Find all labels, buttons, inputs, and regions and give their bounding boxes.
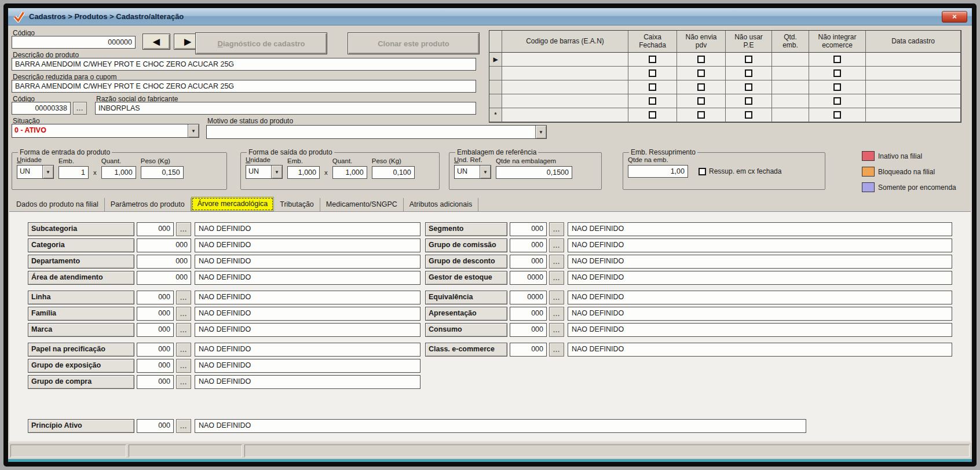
grid-cell-nao_usar_pe[interactable] — [726, 53, 772, 67]
fabricante-browse-button[interactable]: ... — [73, 102, 87, 115]
browse-button[interactable]: ... — [176, 375, 191, 389]
tab-1[interactable]: Parâmetros do produto — [105, 198, 191, 211]
previous-record-button[interactable]: ◀ — [142, 34, 170, 50]
grid-cell-ean[interactable] — [502, 80, 628, 94]
grid-row-selector[interactable] — [489, 80, 502, 94]
entrada-emb-input[interactable]: 1 — [58, 166, 89, 179]
grid-cell-caixa_fechada[interactable] — [628, 94, 677, 108]
field-value[interactable]: NAO DEFINIDO — [195, 271, 420, 285]
nao_envia_pdv-checkbox[interactable] — [697, 111, 705, 119]
browse-button[interactable]: ... — [176, 323, 191, 337]
field-code-input[interactable]: 000 — [510, 255, 547, 269]
grid-cell-caixa_fechada[interactable] — [628, 108, 677, 122]
grid-cell-qtd_emb[interactable] — [772, 80, 809, 94]
browse-button[interactable]: ... — [549, 307, 564, 321]
grid-cell-qtd_emb[interactable] — [772, 94, 809, 108]
field-value[interactable]: NAO DEFINIDO — [568, 343, 952, 357]
descricao-input[interactable]: BARRA AMENDOIM C/WHEY PROT E CHOC ZERO A… — [12, 58, 476, 71]
field-code-input[interactable]: 000 — [510, 222, 547, 236]
field-code-input[interactable]: 000 — [137, 323, 174, 337]
nao_usar_pe-checkbox[interactable] — [745, 111, 752, 119]
field-value[interactable]: NAO DEFINIDO — [568, 255, 952, 269]
grid-cell-nao_envia_pdv[interactable] — [677, 53, 726, 67]
field-value[interactable]: NAO DEFINIDO — [568, 271, 952, 285]
saida-peso-input[interactable]: 0,100 — [372, 166, 415, 179]
grid-cell-data_cadastro[interactable] — [866, 94, 961, 108]
browse-button[interactable]: ... — [549, 238, 564, 252]
nao_usar_pe-checkbox[interactable] — [745, 69, 752, 77]
entrada-unidade-select[interactable]: UN ▼ — [17, 165, 54, 179]
browse-button[interactable]: ... — [549, 323, 564, 337]
grid-row-selector[interactable] — [489, 67, 502, 80]
field-value[interactable]: NAO DEFINIDO — [568, 307, 952, 321]
browse-button[interactable]: ... — [176, 343, 191, 357]
field-value[interactable]: NAO DEFINIDO — [568, 323, 952, 337]
field-value[interactable]: NAO DEFINIDO — [195, 291, 420, 304]
field-value[interactable]: NAO DEFINIDO — [195, 359, 420, 373]
grid-cell-nao_envia_pdv[interactable] — [677, 108, 726, 122]
saida-unidade-select[interactable]: UN ▼ — [246, 165, 283, 179]
field-value[interactable]: NAO DEFINIDO — [195, 419, 806, 433]
qtde-emb-input[interactable]: 1,00 — [628, 165, 688, 178]
field-code-input[interactable]: 000 — [137, 222, 174, 236]
browse-button[interactable]: ... — [549, 271, 564, 285]
field-code-input[interactable]: 000 — [137, 359, 174, 373]
field-code-input[interactable]: 000 — [137, 307, 174, 321]
field-value[interactable]: NAO DEFINIDO — [195, 343, 420, 357]
nao_usar_pe-checkbox[interactable] — [745, 56, 752, 63]
diagnostico-button[interactable]: Diagnóstico de cadastro — [195, 32, 327, 54]
clonar-button[interactable]: Clonar este produto — [348, 32, 480, 54]
caixa_fechada-checkbox[interactable] — [649, 56, 656, 63]
grid-row-selector[interactable] — [489, 94, 502, 108]
field-code-input[interactable]: 000 — [510, 307, 547, 321]
nao_integrar_ecomerce-checkbox[interactable] — [833, 97, 841, 105]
caixa_fechada-checkbox[interactable] — [649, 69, 656, 77]
grid-cell-ean[interactable] — [502, 94, 628, 108]
nao_envia_pdv-checkbox[interactable] — [697, 97, 705, 105]
field-value[interactable]: NAO DEFINIDO — [568, 291, 952, 304]
grid-cell-nao_integrar_ecomerce[interactable] — [809, 80, 866, 94]
saida-emb-input[interactable]: 1,000 — [287, 166, 320, 179]
grid-cell-nao_usar_pe[interactable] — [726, 80, 772, 94]
grid-cell-nao_integrar_ecomerce[interactable] — [809, 67, 866, 80]
browse-button[interactable]: ... — [549, 343, 564, 357]
caixa_fechada-checkbox[interactable] — [649, 111, 656, 119]
field-value[interactable]: NAO DEFINIDO — [195, 222, 420, 236]
descricao-reduzida-input[interactable]: BARRA AMENDOIM C/WHEY PROT E CHOC ZERO A… — [12, 80, 476, 93]
grid-row-selector[interactable]: * — [489, 108, 502, 122]
grid-cell-nao_envia_pdv[interactable] — [677, 67, 726, 80]
grid-cell-data_cadastro[interactable] — [866, 53, 961, 67]
browse-button[interactable]: ... — [176, 222, 191, 236]
razao-social-input[interactable]: INBORPLAS — [95, 102, 476, 115]
tab-3[interactable]: Tributação — [274, 198, 320, 211]
grid-row-selector[interactable]: ▶ — [489, 53, 502, 67]
grid-cell-data_cadastro[interactable] — [866, 80, 961, 94]
nao_envia_pdv-checkbox[interactable] — [697, 56, 705, 63]
browse-button[interactable]: ... — [176, 359, 191, 373]
field-code-input[interactable]: 000 — [510, 343, 547, 357]
tab-0[interactable]: Dados do produto na filial — [10, 198, 105, 211]
field-value[interactable]: NAO DEFINIDO — [195, 323, 420, 337]
tab-5[interactable]: Atributos adicionais — [404, 198, 478, 211]
grid-cell-ean[interactable] — [502, 108, 628, 122]
saida-quant-input[interactable]: 1,000 — [332, 166, 367, 179]
grid-cell-data_cadastro[interactable] — [866, 108, 961, 122]
nao_integrar_ecomerce-checkbox[interactable] — [833, 111, 841, 119]
browse-button[interactable]: ... — [176, 307, 191, 321]
nao_envia_pdv-checkbox[interactable] — [697, 83, 705, 91]
grid-cell-nao_integrar_ecomerce[interactable] — [809, 108, 866, 122]
grid-cell-nao_envia_pdv[interactable] — [677, 94, 726, 108]
browse-button[interactable]: ... — [549, 222, 564, 236]
nao_integrar_ecomerce-checkbox[interactable] — [833, 56, 841, 63]
nao_envia_pdv-checkbox[interactable] — [697, 69, 705, 77]
grid-cell-nao_usar_pe[interactable] — [726, 94, 772, 108]
grid-cell-caixa_fechada[interactable] — [628, 53, 677, 67]
fabricante-codigo-input[interactable]: 00000338 — [12, 102, 71, 115]
field-code-input[interactable]: 000 — [137, 255, 191, 269]
grid-cell-nao_integrar_ecomerce[interactable] — [809, 94, 866, 108]
nao_usar_pe-checkbox[interactable] — [745, 83, 752, 91]
field-value[interactable]: NAO DEFINIDO — [195, 307, 420, 321]
ressup-cx-fechada-checkbox[interactable] — [699, 168, 706, 175]
nao_integrar_ecomerce-checkbox[interactable] — [833, 83, 841, 91]
field-value[interactable]: NAO DEFINIDO — [568, 238, 952, 252]
